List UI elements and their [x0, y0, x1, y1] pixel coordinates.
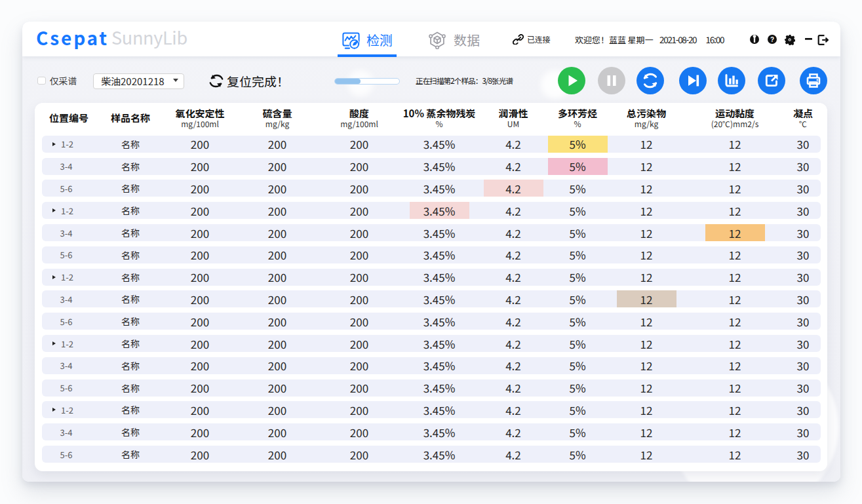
svg-text:?: ?: [770, 36, 774, 43]
